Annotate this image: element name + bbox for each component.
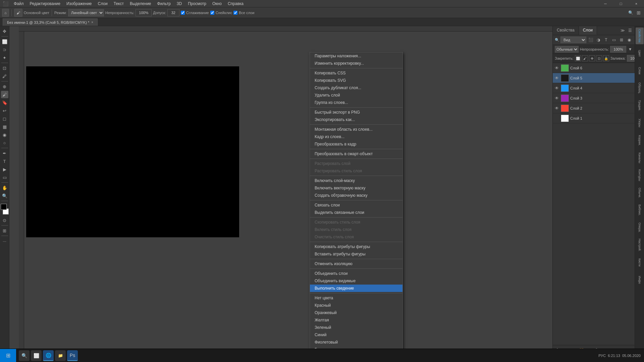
panel-btn-settings[interactable]: Настрой. [636, 237, 644, 253]
context-menu-item[interactable]: Отменить изоляцию [310, 260, 402, 267]
context-menu-item[interactable]: Красный [310, 302, 402, 309]
panel-btn-channels[interactable]: Каналы [636, 149, 644, 166]
menu-item-filter[interactable]: Фильтр [155, 1, 173, 7]
brush-tool[interactable]: 🖌 [1, 91, 8, 98]
context-menu-item[interactable]: Фиолетовый [310, 339, 402, 346]
blur-tool[interactable]: ◉ [1, 131, 8, 138]
context-menu-item[interactable]: Зеленый [310, 324, 402, 331]
panel-btn-objects[interactable]: Обыче. [636, 184, 644, 201]
menu-item-view[interactable]: Просмотр [185, 1, 209, 7]
panel-btn-patterns[interactable]: Узоры [636, 115, 644, 131]
menu-item-select[interactable]: Выделение [127, 1, 154, 7]
context-menu-item[interactable]: Изменить корректировку... [310, 60, 402, 67]
context-menu-item[interactable]: Параметры наложения... [310, 52, 402, 60]
menu-item-text[interactable]: Текст [111, 1, 126, 7]
context-menu-item[interactable]: Выделить связанные слои [310, 209, 402, 216]
context-menu-item[interactable]: Включить слой-маску [310, 177, 402, 184]
menu-item-layers[interactable]: Слои [95, 1, 110, 7]
context-menu-item[interactable]: Вставить атрибуты фигуры [310, 250, 402, 258]
context-menu-item[interactable]: Объединить слои [310, 270, 402, 277]
shape-tool[interactable]: ▭ [1, 174, 8, 181]
eyedropper-tool[interactable]: 🖉 [1, 72, 8, 80]
menu-item-help[interactable]: Справка [225, 1, 246, 7]
maximize-button[interactable]: □ [613, 0, 629, 7]
all-layers-checkbox[interactable] [233, 11, 237, 15]
panel-btn-corrections[interactable]: Коррек. [636, 132, 644, 149]
taskbar-search[interactable]: 🔍 [19, 350, 30, 361]
context-menu-item[interactable]: Выполнить сведение [310, 285, 402, 292]
eraser-tool[interactable]: ◻ [1, 115, 8, 122]
gradient-tool[interactable]: ▦ [1, 123, 8, 130]
tab-close-icon[interactable]: × [91, 20, 93, 24]
tolerance-input[interactable] [167, 9, 179, 16]
select-rect-tool[interactable]: ⬜ [1, 38, 8, 45]
more-tools-btn[interactable]: ··· [1, 237, 8, 245]
start-button[interactable]: ⊞ [0, 349, 16, 362]
panel-btn-brushes[interactable]: Кисти [636, 254, 644, 271]
dodge-tool[interactable]: ○ [1, 139, 8, 146]
filter-toggle-btn[interactable]: ◉ [626, 37, 633, 43]
layer-type-filter[interactable]: Вид [560, 37, 586, 43]
text-tool[interactable]: T [1, 158, 8, 165]
taskbar-taskview[interactable]: ⬜ [31, 350, 42, 361]
foreground-color-swatch[interactable] [1, 204, 7, 210]
context-menu-item[interactable]: Включить векторную маску [310, 184, 402, 192]
menu-item-image[interactable]: Изображение [64, 1, 95, 7]
context-menu-item[interactable]: Объединить видимые [310, 277, 402, 285]
layer-row[interactable]: 👁 Слой 3 [553, 93, 635, 103]
path-selection-tool[interactable]: ▶ [1, 166, 8, 173]
document-canvas[interactable] [26, 66, 239, 237]
panel-collapse-btn[interactable]: ≫ [619, 27, 626, 34]
layer-visibility-toggle[interactable]: 👁 [554, 65, 559, 71]
menu-logo[interactable]: ⬛ [3, 1, 8, 6]
move-tool[interactable]: ✥ [1, 27, 8, 35]
layer-visibility-toggle[interactable]: 👁 [554, 96, 559, 101]
filter-adj-btn[interactable]: ◑ [595, 37, 602, 43]
layer-row[interactable]: 👁 Слой 6 [553, 63, 635, 73]
search-icon-btn[interactable]: 🔍 [627, 9, 634, 16]
context-menu-item[interactable]: Преобразовать в кадр [310, 140, 402, 148]
panel-btn-gradients[interactable]: Градие. [636, 97, 644, 114]
opacity-input[interactable] [136, 9, 152, 16]
history-brush-tool[interactable]: ↩ [1, 107, 8, 114]
lock-transparent-btn[interactable]: ⬜ [575, 55, 581, 61]
context-menu-item[interactable]: Преобразовать в смарт-объект [310, 150, 402, 158]
filter-smart-btn[interactable]: ⊞ [618, 37, 625, 43]
context-menu-item[interactable]: Копировать атрибуты фигуры [310, 243, 402, 250]
layer-blend-mode-select[interactable]: Обычные [555, 46, 579, 53]
menu-item-edit[interactable]: Редактирование [27, 1, 63, 7]
context-menu-item[interactable]: Монтажная область из слоев... [310, 126, 402, 133]
context-menu-item[interactable]: Экспортировать как... [310, 116, 402, 123]
close-button[interactable]: × [629, 0, 644, 7]
snaptofix-checkbox[interactable] [210, 11, 214, 15]
menu-item-3d[interactable]: 3D [174, 1, 184, 7]
zoom-tool[interactable]: 🔍 [1, 192, 8, 199]
context-menu-item[interactable]: Нет цвета [310, 294, 402, 302]
smoothing-checkbox[interactable] [181, 11, 185, 15]
tab-properties[interactable]: Свойства [553, 26, 579, 35]
lock-paint-btn[interactable]: 🖌 [582, 55, 588, 61]
context-menu-item[interactable]: Желтая [310, 316, 402, 324]
panel-btn-paths[interactable]: Контуры [636, 167, 644, 184]
taskbar-photoshop[interactable]: Ps [67, 350, 78, 361]
document-tab-active[interactable]: Без имени-1 @ 33,3% (Слой 5, RGB/8#/CMYK… [3, 18, 98, 26]
context-menu-item[interactable]: Связать слои [310, 201, 402, 209]
crop-tool[interactable]: ⊡ [1, 64, 8, 72]
screen-mode-btn[interactable]: ⊞ [1, 227, 8, 234]
context-menu-item[interactable]: Группа из слоев... [310, 99, 402, 106]
context-menu-item[interactable]: Копировать SVG [310, 77, 402, 84]
panel-btn-layers2[interactable]: Слои [636, 62, 644, 79]
panel-btn-info[interactable]: Инфо [636, 272, 644, 288]
magic-wand-tool[interactable]: ✦ [1, 54, 8, 61]
view-options-btn[interactable]: ⊞ [635, 9, 642, 16]
layer-visibility-toggle[interactable]: 👁 [554, 116, 559, 121]
panel-menu-btn[interactable]: ☰ [627, 27, 633, 34]
filter-text-btn[interactable]: T [603, 37, 609, 43]
lasso-tool[interactable]: ⊃ [1, 46, 8, 53]
lock-position-btn[interactable]: ✥ [589, 55, 595, 61]
tool-preset-btn[interactable]: ⌂ [2, 9, 9, 17]
blend-mode-select[interactable]: Линейный свет [68, 9, 104, 16]
context-menu-item[interactable]: Создать обтравочную маску [310, 192, 402, 199]
taskbar-ie[interactable]: 🌐 [43, 350, 54, 361]
panel-btn-color[interactable]: Цвет [636, 45, 644, 62]
